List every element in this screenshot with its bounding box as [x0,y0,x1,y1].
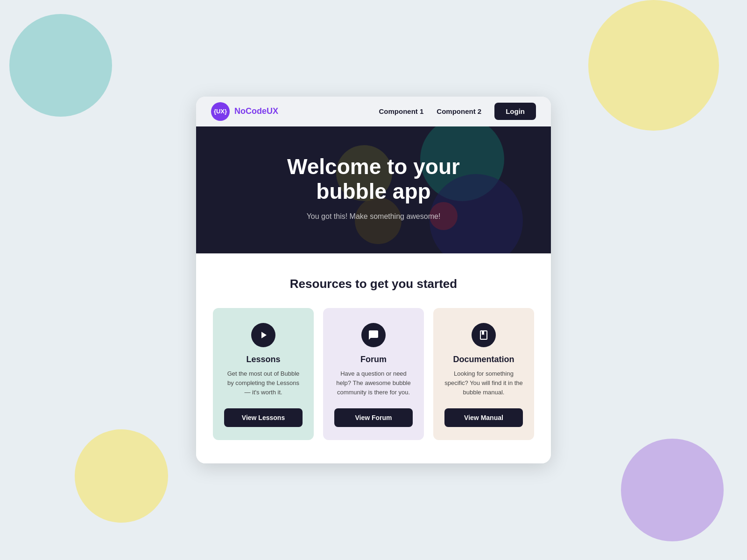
lessons-card: Lessons Get the most out of Bubble by co… [213,308,314,440]
forum-title: Forum [360,355,387,364]
nav-component2[interactable]: Component 2 [437,107,481,115]
navbar-links: Component 1 Component 2 Login [379,103,536,120]
bg-blob-purple [621,439,724,541]
hero-section: Welcome to your bubble app You got this!… [196,126,551,253]
resources-title: Resources to get you started [213,277,534,291]
login-button[interactable]: Login [494,103,536,120]
nav-component1[interactable]: Component 1 [379,107,423,115]
brand-logo: {UX} [211,102,230,121]
lessons-description: Get the most out of Bubble by completing… [224,369,303,397]
view-forum-button[interactable]: View Forum [334,408,413,427]
forum-icon-container [361,323,386,347]
documentation-card: Documentation Looking for something spec… [433,308,534,440]
bg-blob-yellow2 [75,429,168,523]
play-icon [258,329,269,341]
forum-description: Have a question or need help? The awesom… [334,369,413,397]
chat-icon [368,329,379,341]
hero-subtitle: You got this! Make something awesome! [215,212,532,221]
brand-name-suffix: UX [267,106,278,116]
resources-section: Resources to get you started Lessons Get… [196,253,551,463]
bg-blob-teal [9,14,112,117]
documentation-title: Documentation [453,355,514,364]
lessons-title: Lessons [246,355,280,364]
view-manual-button[interactable]: View Manual [444,408,523,427]
brand-name-prefix: NoCode [234,106,267,116]
hero-title-line1: Welcome to your [287,154,460,179]
documentation-description: Looking for something specific? You will… [444,369,523,397]
navbar: {UX} NoCodeUX Component 1 Component 2 Lo… [196,97,551,126]
view-lessons-button[interactable]: View Lessons [224,408,303,427]
hero-circle-4 [355,197,402,244]
documentation-icon-container [472,323,496,347]
book-icon [478,329,489,341]
hero-title-line2: bubble app [316,179,430,203]
main-card: {UX} NoCodeUX Component 1 Component 2 Lo… [196,97,551,463]
lessons-icon-container [251,323,275,347]
brand-logo-text: {UX} [214,108,227,115]
forum-card: Forum Have a question or need help? The … [323,308,424,440]
brand: {UX} NoCodeUX [211,102,278,121]
brand-name: NoCodeUX [234,106,278,116]
hero-title: Welcome to your bubble app [215,154,532,204]
resource-cards-grid: Lessons Get the most out of Bubble by co… [213,308,534,440]
bg-blob-yellow [588,0,719,131]
